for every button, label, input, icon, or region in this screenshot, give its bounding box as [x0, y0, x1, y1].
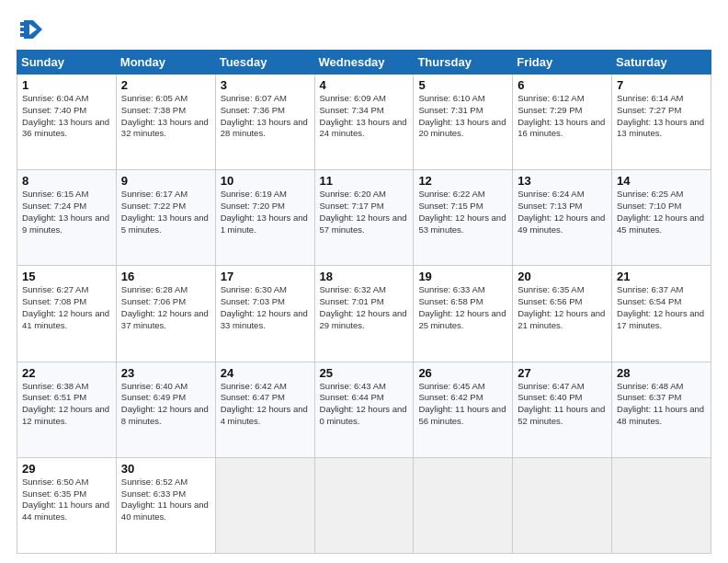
day-number: 26: [418, 366, 507, 380]
day-info: Sunrise: 6:15 AMSunset: 7:24 PMDaylight:…: [22, 189, 111, 236]
day-number: 13: [518, 174, 607, 188]
day-info: Sunrise: 6:05 AMSunset: 7:38 PMDaylight:…: [121, 93, 210, 140]
day-info: Sunrise: 6:40 AMSunset: 6:49 PMDaylight:…: [121, 381, 210, 428]
col-sunday: Sunday: [17, 51, 117, 75]
day-number: 21: [617, 270, 706, 283]
calendar-cell: [513, 457, 612, 553]
day-info: Sunrise: 6:43 AMSunset: 6:44 PMDaylight:…: [320, 381, 409, 428]
day-number: 9: [121, 174, 210, 188]
day-number: 28: [617, 366, 706, 380]
day-number: 14: [617, 174, 706, 188]
calendar-table: Sunday Monday Tuesday Wednesday Thursday…: [17, 50, 711, 554]
day-number: 17: [221, 270, 310, 283]
day-number: 6: [518, 78, 607, 92]
calendar-cell: 29Sunrise: 6:50 AMSunset: 6:35 PMDayligh…: [17, 457, 117, 553]
day-number: 1: [22, 78, 111, 92]
calendar-cell: 2Sunrise: 6:05 AMSunset: 7:38 PMDaylight…: [116, 75, 215, 170]
calendar-week-row: 15Sunrise: 6:27 AMSunset: 7:08 PMDayligh…: [17, 266, 711, 362]
day-info: Sunrise: 6:24 AMSunset: 7:13 PMDaylight:…: [518, 189, 607, 236]
day-info: Sunrise: 6:48 AMSunset: 6:37 PMDaylight:…: [617, 381, 706, 428]
col-monday: Monday: [116, 51, 215, 75]
calendar-cell: [414, 457, 513, 553]
day-info: Sunrise: 6:14 AMSunset: 7:27 PMDaylight:…: [617, 93, 706, 140]
day-number: 30: [121, 462, 210, 476]
logo-icon: [17, 17, 44, 44]
day-info: Sunrise: 6:12 AMSunset: 7:29 PMDaylight:…: [518, 93, 607, 140]
day-number: 4: [320, 78, 409, 92]
day-info: Sunrise: 6:30 AMSunset: 7:03 PMDaylight:…: [221, 284, 310, 331]
day-number: 7: [617, 78, 706, 92]
calendar-week-row: 29Sunrise: 6:50 AMSunset: 6:35 PMDayligh…: [17, 457, 711, 553]
day-info: Sunrise: 6:10 AMSunset: 7:31 PMDaylight:…: [418, 93, 507, 140]
svg-rect-2: [20, 22, 29, 26]
calendar-cell: 18Sunrise: 6:32 AMSunset: 7:01 PMDayligh…: [314, 266, 414, 362]
day-number: 2: [121, 78, 210, 92]
day-number: 24: [221, 366, 310, 380]
day-info: Sunrise: 6:45 AMSunset: 6:42 PMDaylight:…: [418, 381, 507, 428]
day-number: 8: [22, 174, 111, 188]
calendar-cell: 4Sunrise: 6:09 AMSunset: 7:34 PMDaylight…: [314, 75, 414, 170]
calendar-cell: [314, 457, 414, 553]
day-info: Sunrise: 6:17 AMSunset: 7:22 PMDaylight:…: [121, 189, 210, 236]
svg-rect-3: [20, 28, 29, 31]
day-number: 27: [518, 366, 607, 380]
day-info: Sunrise: 6:52 AMSunset: 6:33 PMDaylight:…: [121, 477, 210, 523]
calendar-cell: [612, 457, 711, 553]
calendar-cell: 11Sunrise: 6:20 AMSunset: 7:17 PMDayligh…: [314, 170, 414, 266]
day-number: 5: [418, 78, 507, 92]
calendar-cell: 1Sunrise: 6:04 AMSunset: 7:40 PMDaylight…: [17, 75, 117, 170]
day-number: 25: [320, 366, 409, 380]
col-tuesday: Tuesday: [215, 51, 314, 75]
day-number: 20: [518, 270, 607, 283]
day-info: Sunrise: 6:50 AMSunset: 6:35 PMDaylight:…: [22, 477, 111, 523]
calendar-week-row: 22Sunrise: 6:38 AMSunset: 6:51 PMDayligh…: [17, 362, 711, 457]
calendar-cell: 9Sunrise: 6:17 AMSunset: 7:22 PMDaylight…: [116, 170, 215, 266]
calendar-cell: 22Sunrise: 6:38 AMSunset: 6:51 PMDayligh…: [17, 362, 117, 457]
day-number: 12: [418, 174, 507, 188]
calendar-cell: 23Sunrise: 6:40 AMSunset: 6:49 PMDayligh…: [116, 362, 215, 457]
day-info: Sunrise: 6:19 AMSunset: 7:20 PMDaylight:…: [221, 189, 310, 236]
calendar-cell: [215, 457, 314, 553]
calendar-cell: 28Sunrise: 6:48 AMSunset: 6:37 PMDayligh…: [612, 362, 711, 457]
day-info: Sunrise: 6:07 AMSunset: 7:36 PMDaylight:…: [221, 93, 310, 140]
day-info: Sunrise: 6:04 AMSunset: 7:40 PMDaylight:…: [22, 93, 111, 140]
col-friday: Friday: [513, 51, 612, 75]
day-info: Sunrise: 6:38 AMSunset: 6:51 PMDaylight:…: [22, 381, 111, 428]
col-thursday: Thursday: [414, 51, 513, 75]
calendar-cell: 13Sunrise: 6:24 AMSunset: 7:13 PMDayligh…: [513, 170, 612, 266]
calendar-cell: 14Sunrise: 6:25 AMSunset: 7:10 PMDayligh…: [612, 170, 711, 266]
day-info: Sunrise: 6:35 AMSunset: 6:56 PMDaylight:…: [518, 284, 607, 331]
calendar-cell: 17Sunrise: 6:30 AMSunset: 7:03 PMDayligh…: [215, 266, 314, 362]
calendar-cell: 27Sunrise: 6:47 AMSunset: 6:40 PMDayligh…: [513, 362, 612, 457]
col-saturday: Saturday: [612, 51, 711, 75]
day-number: 3: [221, 78, 310, 92]
calendar-cell: 20Sunrise: 6:35 AMSunset: 6:56 PMDayligh…: [513, 266, 612, 362]
calendar-cell: 21Sunrise: 6:37 AMSunset: 6:54 PMDayligh…: [612, 266, 711, 362]
calendar-cell: 30Sunrise: 6:52 AMSunset: 6:33 PMDayligh…: [116, 457, 215, 553]
day-info: Sunrise: 6:09 AMSunset: 7:34 PMDaylight:…: [320, 93, 409, 140]
calendar-cell: 7Sunrise: 6:14 AMSunset: 7:27 PMDaylight…: [612, 75, 711, 170]
day-info: Sunrise: 6:25 AMSunset: 7:10 PMDaylight:…: [617, 189, 706, 236]
day-number: 22: [22, 366, 111, 380]
calendar-week-row: 8Sunrise: 6:15 AMSunset: 7:24 PMDaylight…: [17, 170, 711, 266]
calendar-cell: 24Sunrise: 6:42 AMSunset: 6:47 PMDayligh…: [215, 362, 314, 457]
day-info: Sunrise: 6:20 AMSunset: 7:17 PMDaylight:…: [320, 189, 409, 236]
calendar-cell: 12Sunrise: 6:22 AMSunset: 7:15 PMDayligh…: [414, 170, 513, 266]
day-info: Sunrise: 6:22 AMSunset: 7:15 PMDaylight:…: [418, 189, 507, 236]
calendar-cell: 19Sunrise: 6:33 AMSunset: 6:58 PMDayligh…: [414, 266, 513, 362]
calendar-week-row: 1Sunrise: 6:04 AMSunset: 7:40 PMDaylight…: [17, 75, 711, 170]
logo: [17, 17, 48, 44]
header-row: Sunday Monday Tuesday Wednesday Thursday…: [17, 51, 711, 75]
calendar-cell: 6Sunrise: 6:12 AMSunset: 7:29 PMDaylight…: [513, 75, 612, 170]
day-info: Sunrise: 6:37 AMSunset: 6:54 PMDaylight:…: [617, 284, 706, 331]
calendar-cell: 10Sunrise: 6:19 AMSunset: 7:20 PMDayligh…: [215, 170, 314, 266]
day-info: Sunrise: 6:28 AMSunset: 7:06 PMDaylight:…: [121, 284, 210, 331]
day-info: Sunrise: 6:27 AMSunset: 7:08 PMDaylight:…: [22, 284, 111, 331]
day-info: Sunrise: 6:33 AMSunset: 6:58 PMDaylight:…: [418, 284, 507, 331]
day-number: 11: [320, 174, 409, 188]
day-number: 23: [121, 366, 210, 380]
calendar-cell: 5Sunrise: 6:10 AMSunset: 7:31 PMDaylight…: [414, 75, 513, 170]
calendar-cell: 15Sunrise: 6:27 AMSunset: 7:08 PMDayligh…: [17, 266, 117, 362]
day-info: Sunrise: 6:47 AMSunset: 6:40 PMDaylight:…: [518, 381, 607, 428]
calendar-cell: 8Sunrise: 6:15 AMSunset: 7:24 PMDaylight…: [17, 170, 117, 266]
